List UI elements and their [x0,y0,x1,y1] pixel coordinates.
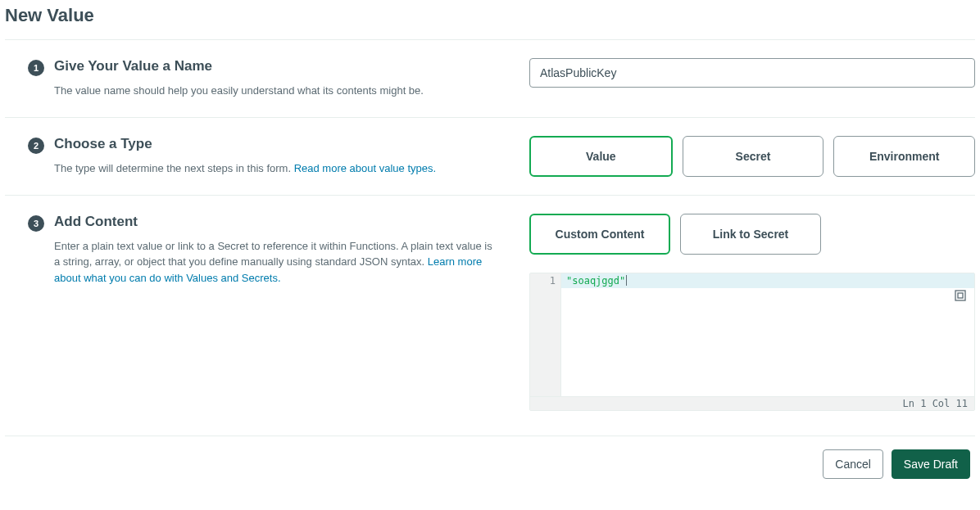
content-segmented: Custom Content Link to Secret [529,214,975,255]
fullscreen-icon[interactable] [955,290,966,301]
editor-code-area[interactable]: "soaqjggd" [561,273,974,396]
footer-actions: Cancel Save Draft [5,436,975,479]
svg-rect-0 [955,291,965,300]
step3-title: Add Content [54,214,497,230]
section-type: 2 Choose a Type The type will determine … [5,117,975,195]
save-draft-button[interactable]: Save Draft [892,449,970,479]
type-option-environment[interactable]: Environment [833,136,975,177]
step3-desc-text: Enter a plain text value or link to a Se… [54,240,492,269]
step1-desc: The value name should help you easily un… [54,83,424,99]
value-types-link[interactable]: Read more about value types. [294,162,436,174]
step1-title: Give Your Value a Name [54,58,424,74]
type-option-secret[interactable]: Secret [683,136,824,177]
page-title: New Value [5,5,975,26]
section-content: 3 Add Content Enter a plain text value o… [5,195,975,429]
step2-desc: The type will determine the next steps i… [54,160,436,177]
editor-line-1-content: "soaqjggd" [566,273,625,288]
value-name-input[interactable] [529,58,975,88]
editor-status-bar: Ln 1 Col 11 [530,396,974,410]
step-number-3: 3 [28,215,44,232]
svg-rect-1 [958,293,963,298]
section-name: 1 Give Your Value a Name The value name … [5,39,975,117]
step2-desc-text: The type will determine the next steps i… [54,162,294,174]
content-option-custom[interactable]: Custom Content [529,214,670,255]
editor-cursor [626,275,627,286]
step3-desc: Enter a plain text value or link to a Se… [54,238,497,287]
type-segmented: Value Secret Environment [529,136,975,177]
content-option-secret[interactable]: Link to Secret [680,214,821,255]
type-option-value[interactable]: Value [529,136,673,177]
gutter-line-1: 1 [535,273,556,288]
code-editor[interactable]: 1 "soaqjggd" Ln 1 Col 11 [529,273,975,411]
cancel-button[interactable]: Cancel [823,449,883,479]
step-number-2: 2 [28,138,44,154]
step-number-1: 1 [28,60,44,76]
step2-title: Choose a Type [54,136,436,152]
editor-gutter: 1 [530,273,561,396]
